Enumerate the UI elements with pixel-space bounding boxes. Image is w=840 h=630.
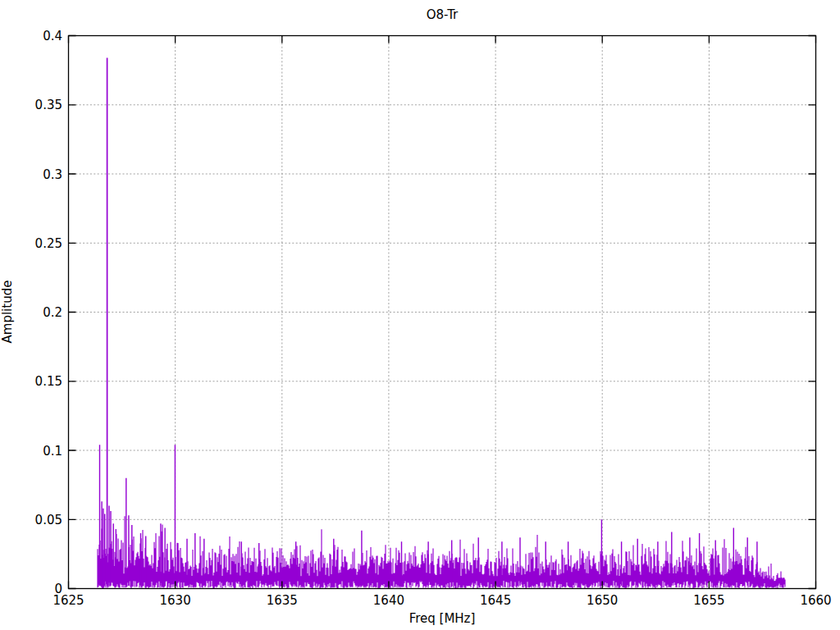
- spectrum-chart: 1625163016351640164516501655166000.050.1…: [0, 0, 840, 630]
- x-tick-label: 1645: [480, 593, 511, 608]
- y-tick-label: 0.05: [35, 513, 62, 527]
- x-tick-label: 1660: [800, 593, 831, 608]
- y-tick-label: 0: [54, 582, 62, 596]
- grid-lines: [69, 36, 816, 589]
- chart-title: O8-Tr: [427, 9, 459, 21]
- y-tick-label: 0.4: [43, 29, 62, 43]
- y-tick-label: 0.1: [43, 444, 62, 459]
- x-tick-label: 1630: [160, 593, 191, 608]
- noise-trace: [98, 516, 785, 588]
- y-tick-label: 0.15: [35, 374, 62, 389]
- chart-figure: 1625163016351640164516501655166000.050.1…: [0, 0, 840, 630]
- y-tick-label: 0.2: [43, 305, 62, 320]
- x-axis-label: Freq [MHz]: [409, 613, 476, 625]
- x-tick-label: 1650: [587, 593, 618, 608]
- y-tick-label: 0.3: [43, 167, 62, 182]
- y-axis-label: Amplitude: [2, 281, 14, 344]
- x-tick-label: 1655: [693, 593, 724, 608]
- x-tick-label: 1635: [267, 593, 298, 608]
- y-tick-label: 0.25: [35, 236, 62, 251]
- y-tick-label: 0.35: [35, 98, 62, 112]
- x-tick-label: 1640: [373, 593, 404, 608]
